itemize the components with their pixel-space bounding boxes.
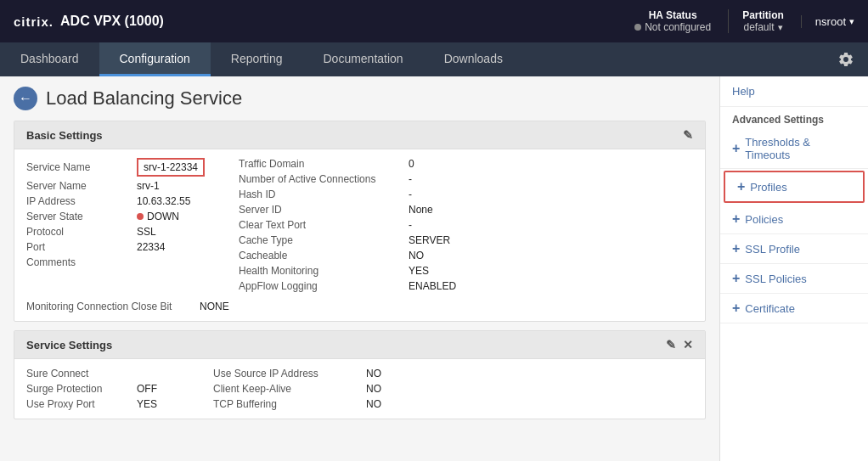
ssl-policies-label: SSL Policies xyxy=(745,273,807,285)
tab-dashboard[interactable]: Dashboard xyxy=(0,42,99,76)
clear-text-port-label: Clear Text Port xyxy=(239,219,409,231)
service-settings-close-icon[interactable]: ✕ xyxy=(683,338,693,351)
user-name: nsroot xyxy=(815,15,846,28)
sidebar-item-thresholds[interactable]: + Thresholds & Timeouts xyxy=(720,129,868,169)
top-bar: citrix. ADC VPX (1000) HA Status Not con… xyxy=(0,0,868,42)
appflow-logging-value: ENABLED xyxy=(409,280,456,292)
field-hash-id: Hash ID - xyxy=(239,188,476,200)
protocol-value: SSL xyxy=(137,226,156,238)
active-connections-value: - xyxy=(409,173,412,185)
field-ip-address: IP Address 10.63.32.55 xyxy=(26,195,205,207)
ha-status: HA Status Not configured xyxy=(634,9,711,33)
field-comments: Comments xyxy=(26,256,205,268)
port-label: Port xyxy=(26,241,137,253)
server-name-label: Server Name xyxy=(26,180,137,192)
basic-settings-body: Service Name srv-1-22334 Server Name srv… xyxy=(14,149,705,301)
sidebar-item-profiles[interactable]: + Profiles xyxy=(724,171,865,203)
service-settings-card: Service Settings ✎ ✕ Sure Connect Surge … xyxy=(14,330,706,419)
service-settings-title: Service Settings xyxy=(26,339,112,351)
user-chevron-icon: ▾ xyxy=(849,16,854,27)
basic-settings-card: Basic Settings ✎ Service Name srv-1-2233… xyxy=(14,121,706,322)
service-settings-edit-icon[interactable]: ✎ xyxy=(666,338,676,351)
ssl-policies-plus-icon: + xyxy=(732,271,740,286)
sidebar-help-label: Help xyxy=(732,85,755,98)
surge-protection-label: Surge Protection xyxy=(26,383,137,395)
field-server-name: Server Name srv-1 xyxy=(26,180,205,192)
partition[interactable]: Partition default ▾ xyxy=(728,9,784,33)
use-source-ip-value: NO xyxy=(366,368,381,379)
field-server-id: Server ID None xyxy=(239,204,476,216)
basic-settings-actions: ✎ xyxy=(683,128,693,142)
client-keepalive-label: Client Keep-Alive xyxy=(213,383,366,395)
field-sure-connect: Sure Connect xyxy=(26,368,179,379)
user-section[interactable]: nsroot ▾ xyxy=(801,15,854,28)
sidebar-help[interactable]: Help xyxy=(720,76,868,107)
basic-settings-edit-icon[interactable]: ✎ xyxy=(683,128,693,142)
field-port: Port 22334 xyxy=(26,241,205,253)
monitoring-row: Monitoring Connection Close Bit NONE xyxy=(14,301,705,321)
thresholds-plus-icon: + xyxy=(732,141,740,156)
field-active-connections: Number of Active Connections - xyxy=(239,173,476,185)
port-value: 22334 xyxy=(137,241,165,253)
thresholds-label: Thresholds & Timeouts xyxy=(745,136,856,161)
ha-status-value: Not configured xyxy=(634,21,711,33)
policies-plus-icon: + xyxy=(732,211,740,227)
sidebar-item-ssl-profile[interactable]: + SSL Profile xyxy=(720,234,868,264)
protocol-label: Protocol xyxy=(26,226,137,238)
service-settings-right: Use Source IP Address NO Client Keep-Ali… xyxy=(213,368,451,410)
health-monitoring-value: YES xyxy=(409,265,429,277)
server-state-text: DOWN xyxy=(147,211,179,222)
main-content: ← Load Balancing Service Basic Settings … xyxy=(0,76,868,461)
ha-status-text: Not configured xyxy=(645,21,711,33)
sidebar-item-ssl-policies[interactable]: + SSL Policies xyxy=(720,264,868,294)
partition-text: default xyxy=(744,21,775,33)
basic-settings-title: Basic Settings xyxy=(26,129,103,142)
field-health-monitoring: Health Monitoring YES xyxy=(239,265,476,277)
field-surge-protection: Surge Protection OFF xyxy=(26,383,179,395)
field-tcp-buffering: TCP Buffering NO xyxy=(213,398,451,410)
logo: citrix. ADC VPX (1000) xyxy=(14,14,164,29)
field-traffic-domain: Traffic Domain 0 xyxy=(239,158,476,170)
top-bar-right: HA Status Not configured Partition defau… xyxy=(634,9,854,33)
comments-label: Comments xyxy=(26,256,137,268)
surge-protection-value: OFF xyxy=(137,383,157,395)
nav-bar: Dashboard Configuration Reporting Docume… xyxy=(0,42,868,76)
back-button[interactable]: ← xyxy=(14,87,37,110)
field-client-keepalive: Client Keep-Alive NO xyxy=(213,383,451,395)
ha-status-label: HA Status xyxy=(649,9,697,21)
field-use-proxy-port: Use Proxy Port YES xyxy=(26,398,179,410)
policies-label: Policies xyxy=(745,213,783,226)
field-appflow-logging: AppFlow Logging ENABLED xyxy=(239,280,476,292)
profiles-label: Profiles xyxy=(750,181,786,194)
ssl-profile-label: SSL Profile xyxy=(745,243,800,256)
sure-connect-label: Sure Connect xyxy=(26,368,137,379)
sidebar-item-certificate[interactable]: + Certificate xyxy=(720,294,868,323)
ip-address-value: 10.63.32.55 xyxy=(137,195,190,207)
active-connections-label: Number of Active Connections xyxy=(239,173,409,185)
settings-button[interactable] xyxy=(824,42,868,76)
sidebar-item-policies[interactable]: + Policies xyxy=(720,205,868,234)
tab-configuration[interactable]: Configuration xyxy=(99,42,211,76)
hash-id-label: Hash ID xyxy=(239,188,409,200)
tab-downloads[interactable]: Downloads xyxy=(424,42,523,76)
client-keepalive-value: NO xyxy=(366,383,381,395)
cache-type-value: SERVER xyxy=(409,234,450,246)
field-use-source-ip: Use Source IP Address NO xyxy=(213,368,451,379)
field-protocol: Protocol SSL xyxy=(26,226,205,238)
server-state-value: DOWN xyxy=(137,211,179,222)
profiles-plus-icon: + xyxy=(737,179,745,194)
gear-icon xyxy=(837,51,854,68)
server-name-value: srv-1 xyxy=(137,180,160,192)
server-id-value: None xyxy=(409,204,433,216)
app-title: ADC VPX (1000) xyxy=(60,14,164,29)
certificate-plus-icon: + xyxy=(732,301,740,316)
tab-reporting[interactable]: Reporting xyxy=(211,42,303,76)
server-id-label: Server ID xyxy=(239,204,409,216)
monitoring-label: Monitoring Connection Close Bit xyxy=(26,301,196,312)
tab-documentation[interactable]: Documentation xyxy=(302,42,423,76)
ha-status-dot xyxy=(634,24,641,31)
service-name-value: srv-1-22334 xyxy=(137,158,205,177)
sidebar: Help Advanced Settings + Thresholds & Ti… xyxy=(719,76,868,461)
basic-settings-right: Traffic Domain 0 Number of Active Connec… xyxy=(239,158,476,292)
service-name-label: Service Name xyxy=(26,161,137,173)
